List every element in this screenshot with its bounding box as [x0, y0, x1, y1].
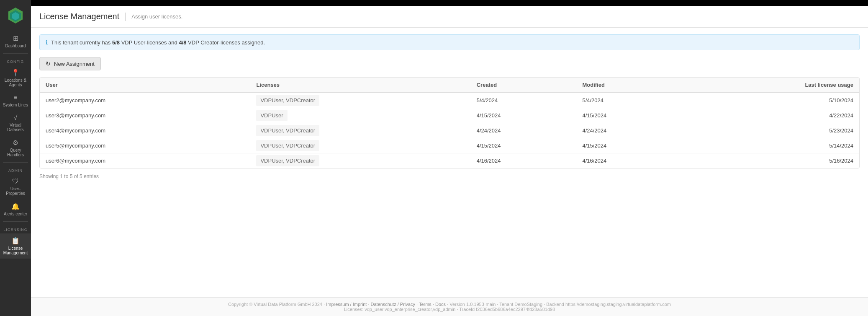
sidebar-item-system-lines[interactable]: ≡ System Lines	[0, 91, 31, 111]
cell-created: 5/4/2024	[471, 93, 577, 108]
sidebar-item-user-properties[interactable]: 🛡 User-Properties	[0, 174, 31, 199]
info-bar: ℹ This tenant currently has 5/8 VDP User…	[39, 34, 860, 50]
sidebar-item-query-handlers[interactable]: ⚙ Query Handlers	[0, 135, 31, 161]
cell-last-usage: 5/23/2024	[682, 123, 859, 138]
table-row[interactable]: user2@mycompany.comVDPUser, VDPCreator5/…	[40, 93, 859, 108]
cell-user: user2@mycompany.com	[40, 93, 250, 108]
cell-last-usage: 4/22/2024	[682, 108, 859, 123]
footer-link-privacy[interactable]: Datenschutz / Privacy	[371, 302, 415, 307]
footer-link-imprint[interactable]: Impressum / Imprint	[326, 302, 367, 307]
sidebar-item-alerts-center[interactable]: 🔔 Alerts center	[0, 199, 31, 220]
info-icon: ℹ	[46, 39, 48, 46]
col-modified: Modified	[576, 78, 682, 93]
page-subtitle: Assign user licenses.	[131, 13, 182, 20]
cell-created: 4/15/2024	[471, 138, 577, 153]
table-row[interactable]: user5@mycompany.comVDPUser, VDPCreator4/…	[40, 138, 859, 153]
sidebar: ⊞ Dashboard CONFIG 📍 Locations & Agents …	[0, 0, 31, 316]
cell-licenses: VDPUser, VDPCreator	[250, 138, 470, 153]
page-header: License Management Assign user licenses.	[31, 6, 868, 28]
license-table-container: User Licenses Created Modified Last lice…	[39, 77, 860, 168]
sidebar-item-label: Query Handlers	[2, 148, 29, 157]
sidebar-divider-2	[3, 162, 28, 163]
sidebar-item-label: Dashboard	[5, 44, 26, 48]
info-prefix: This tenant currently has	[51, 39, 112, 46]
cell-created: 4/16/2024	[471, 153, 577, 168]
col-last-usage: Last license usage	[682, 78, 859, 93]
footer: Copyright © Virtual Data Platform GmbH 2…	[31, 297, 868, 316]
new-assignment-button[interactable]: ↻ New Assignment	[39, 57, 101, 70]
sidebar-item-label: Locations & Agents	[2, 78, 29, 87]
new-assignment-label: New Assignment	[54, 61, 95, 67]
showing-entries: Showing 1 to 5 of 5 entries	[39, 174, 860, 179]
sidebar-item-label: User-Properties	[2, 186, 29, 196]
cell-modified: 4/16/2024	[576, 153, 682, 168]
cell-created: 4/15/2024	[471, 108, 577, 123]
footer-copyright: Copyright © Virtual Data Platform GmbH 2…	[228, 302, 326, 307]
license-management-icon: 📋	[11, 237, 20, 245]
cell-licenses: VDPUser, VDPCreator	[250, 123, 470, 138]
sidebar-item-dashboard[interactable]: ⊞ Dashboard	[0, 31, 31, 52]
cell-user: user5@mycompany.com	[40, 138, 250, 153]
cell-created: 4/24/2024	[471, 123, 577, 138]
table-header-row: User Licenses Created Modified Last lice…	[40, 78, 859, 93]
info-text: This tenant currently has 5/8 VDP User-l…	[51, 39, 265, 46]
footer-link-docs[interactable]: Docs	[435, 302, 446, 307]
sidebar-item-license-management[interactable]: 📋 License Management	[0, 233, 31, 259]
sidebar-item-label: System Lines	[3, 103, 28, 107]
col-licenses: Licenses	[250, 78, 470, 93]
cell-modified: 4/24/2024	[576, 123, 682, 138]
user-count: 5/8	[112, 39, 120, 46]
refresh-icon: ↻	[46, 60, 51, 67]
footer-link-terms[interactable]: Terms	[419, 302, 431, 307]
config-section-label: CONFIG	[0, 60, 31, 64]
dashboard-icon: ⊞	[13, 34, 18, 42]
sidebar-item-label: Alerts center	[4, 212, 27, 216]
licensing-section-label: LICENSING	[0, 228, 31, 232]
cell-modified: 5/4/2024	[576, 93, 682, 108]
col-user: User	[40, 78, 250, 93]
cell-last-usage: 5/16/2024	[682, 153, 859, 168]
cell-modified: 4/15/2024	[576, 138, 682, 153]
sidebar-item-virtual-datasets[interactable]: √ Virtual Datasets	[0, 111, 31, 135]
col-created: Created	[471, 78, 577, 93]
cell-user: user3@mycompany.com	[40, 108, 250, 123]
user-properties-icon: 🛡	[12, 178, 19, 185]
table-row[interactable]: user4@mycompany.comVDPUser, VDPCreator4/…	[40, 123, 859, 138]
header-divider	[125, 13, 126, 21]
table-row[interactable]: user6@mycompany.comVDPUser, VDPCreator4/…	[40, 153, 859, 168]
top-bar	[31, 0, 868, 6]
info-middle: VDP User-licenses and	[120, 39, 179, 46]
cell-licenses: VDPUser, VDPCreator	[250, 93, 470, 108]
table-row[interactable]: user3@mycompany.comVDPUser4/15/20244/15/…	[40, 108, 859, 123]
sidebar-divider-3	[3, 221, 28, 222]
cell-last-usage: 5/14/2024	[682, 138, 859, 153]
logo	[0, 0, 31, 31]
cell-user: user6@mycompany.com	[40, 153, 250, 168]
info-suffix: VDP Creator-licenses assigned.	[187, 39, 265, 46]
cell-licenses: VDPUser	[250, 108, 470, 123]
admin-section-label: ADMIN	[0, 168, 31, 173]
page-title: License Management	[39, 12, 119, 21]
sidebar-divider	[3, 53, 28, 54]
location-icon: 📍	[11, 69, 20, 77]
sidebar-item-locations-agents[interactable]: 📍 Locations & Agents	[0, 65, 31, 91]
sidebar-item-label: License Management	[2, 246, 29, 255]
cell-user: user4@mycompany.com	[40, 123, 250, 138]
footer-line-2: Licenses: vdp_user,vdp_enterprise_creato…	[39, 307, 860, 312]
sidebar-item-label: Virtual Datasets	[2, 123, 29, 132]
footer-version: · Version 1.0.1953-main · Tenant DemoSta…	[447, 302, 671, 307]
virtual-datasets-icon: √	[14, 114, 18, 122]
cell-last-usage: 5/10/2024	[682, 93, 859, 108]
footer-line-1: Copyright © Virtual Data Platform GmbH 2…	[39, 302, 860, 307]
query-handlers-icon: ⚙	[13, 139, 18, 147]
main-content: License Management Assign user licenses.…	[31, 0, 868, 316]
cell-modified: 4/15/2024	[576, 108, 682, 123]
system-lines-icon: ≡	[13, 94, 17, 101]
cell-licenses: VDPUser, VDPCreator	[250, 153, 470, 168]
creator-count: 4/8	[179, 39, 186, 46]
content-area: ℹ This tenant currently has 5/8 VDP User…	[31, 28, 868, 297]
license-table: User Licenses Created Modified Last lice…	[40, 78, 859, 168]
alerts-icon: 🔔	[11, 202, 20, 210]
